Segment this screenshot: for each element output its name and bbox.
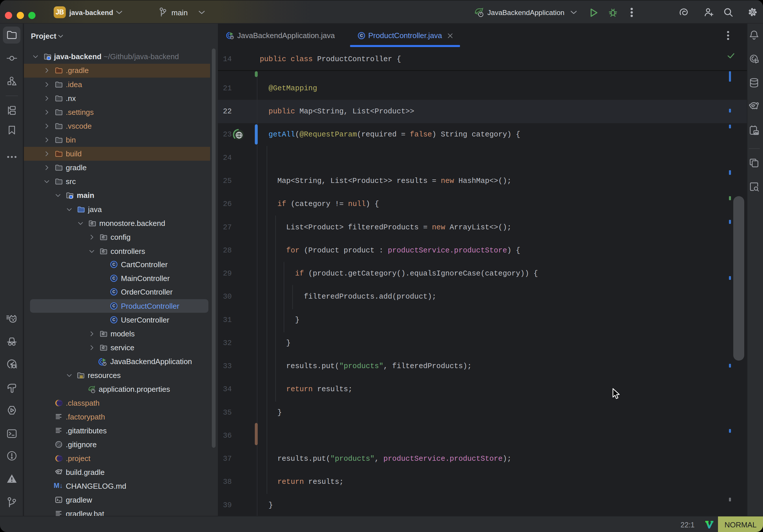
svg-text:C: C — [112, 317, 115, 322]
svg-text:C: C — [112, 303, 115, 308]
svg-text:C: C — [360, 33, 363, 38]
svg-text:C: C — [112, 276, 115, 280]
svg-text:C: C — [112, 289, 115, 294]
svg-text:C: C — [112, 262, 115, 266]
